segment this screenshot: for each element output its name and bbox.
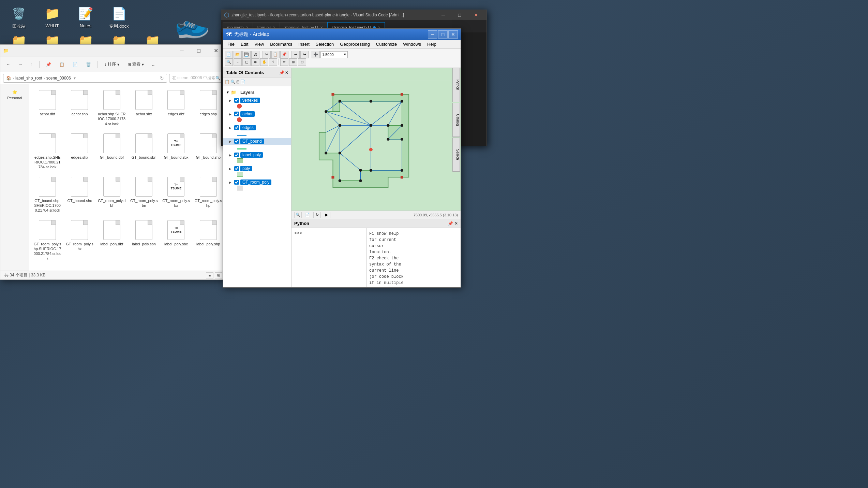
file-item-gt-room-poly-dbf[interactable]: GT_room_poly.dbf — [96, 174, 127, 216]
file-item-gt-bound-shx[interactable]: GT_bound.shx — [64, 174, 95, 216]
file-item-gt-room-poly-shp[interactable]: GT_room_poly.shp — [193, 174, 224, 216]
file-item-achor-shx[interactable]: achor.shx — [129, 87, 159, 129]
layer-checkbox-edges[interactable] — [234, 125, 239, 130]
tool-full-extent[interactable]: ⊕ — [251, 58, 259, 66]
right-panel-search-btn[interactable]: Search — [452, 138, 460, 172]
layers-group-header[interactable]: ▼ 📁 Layers — [223, 88, 291, 97]
tool-zoom-in[interactable]: 🔍 — [225, 58, 233, 66]
desktop-icon-notes[interactable]: 📝 Notes — [70, 3, 101, 31]
menu-edit[interactable]: Edit — [238, 41, 251, 47]
file-item-gt-bound-shp-lock[interactable]: GT_bound.shp.SHERIOC.17000.21784.sr.lock — [32, 174, 63, 216]
file-item-edges-shp-lock[interactable]: edges.shp.SHERIOC.17000.21784.sr.lock — [32, 130, 63, 172]
right-panel-catalog-btn[interactable]: Catalog — [452, 103, 460, 137]
layer-item-vertexes[interactable]: ▶ vertexes — [223, 97, 291, 104]
tool-identify[interactable]: ℹ — [269, 58, 277, 66]
file-item-achor-dbf[interactable]: achor.dbf — [32, 87, 63, 129]
tool-zoom-out[interactable]: － — [234, 58, 242, 66]
vscode-minimize-button[interactable]: ─ — [435, 10, 451, 20]
layer-item-gt-bound[interactable]: ▶ GT_bound — [223, 138, 291, 145]
layer-checkbox-poly[interactable] — [234, 166, 239, 171]
menu-bookmarks[interactable]: Bookmarks — [267, 41, 295, 47]
nav-forward-button[interactable]: → — [15, 60, 26, 69]
tool-add-data[interactable]: ➕ — [312, 51, 320, 58]
toc-tool-3[interactable]: ⊞ — [236, 80, 240, 84]
file-item-achor-shp[interactable]: achor.shp — [64, 87, 95, 129]
menu-file[interactable]: File — [225, 41, 237, 47]
tool-select[interactable]: ▢ — [242, 58, 251, 66]
menu-windows[interactable]: Windows — [400, 41, 424, 47]
vscode-maximize-button[interactable]: □ — [452, 10, 467, 20]
sort-button[interactable]: ↕ 排序 ▾ — [101, 60, 122, 69]
python-pin-button[interactable]: 📌 — [448, 221, 453, 226]
layer-item-label-poly[interactable]: ▶ label_poly — [223, 152, 291, 158]
menu-view[interactable]: View — [252, 41, 267, 47]
file-item-gt-bound-dbf[interactable]: GT_bound.dbf — [96, 130, 127, 172]
tool-paste[interactable]: 📌 — [280, 51, 288, 58]
file-item-label-poly-dbf[interactable]: label_poly.dbf — [96, 217, 127, 264]
toc-pin-button[interactable]: 📌 — [279, 70, 284, 75]
map-page-btn[interactable]: 📄 — [304, 212, 311, 218]
delete-button[interactable]: 🗑️ — [83, 60, 94, 69]
tool-edit-2[interactable]: ⊞ — [289, 58, 297, 66]
tool-open[interactable]: 📂 — [234, 51, 242, 58]
tool-cut[interactable]: ✂ — [263, 51, 271, 58]
desktop-icon-whut[interactable]: 📁 WHUT — [37, 3, 68, 31]
map-refresh-btn[interactable]: ↻ — [313, 212, 321, 218]
arcmap-maximize-button[interactable]: □ — [438, 30, 448, 39]
layer-checkbox-achor[interactable] — [234, 112, 239, 116]
file-item-edges-shx[interactable]: edges.shx — [64, 130, 95, 172]
toc-close-button[interactable]: ✕ — [285, 70, 288, 75]
file-item-gt-room-poly-shx[interactable]: GT_room_poly.shx — [64, 217, 95, 264]
vscode-close-button[interactable]: ✕ — [468, 10, 484, 20]
scale-dropdown[interactable]: 1:5000 ▾ — [320, 51, 348, 58]
menu-geoprocessing[interactable]: Geoprocessing — [337, 41, 372, 47]
pin-button[interactable]: 📌 — [43, 60, 54, 69]
python-command-input[interactable] — [305, 231, 359, 236]
tool-edit-3[interactable]: ⊡ — [298, 58, 306, 66]
python-close-button[interactable]: ✕ — [454, 221, 458, 226]
sidebar-personal[interactable]: ⭐ Personal — [0, 87, 29, 103]
layer-item-achor[interactable]: ▶ achor — [223, 111, 291, 117]
nav-up-button[interactable]: ↑ — [28, 60, 36, 69]
file-item-label-poly-sbx[interactable]: T≡TSUME label_poly.sbx — [161, 217, 191, 264]
map-play-btn[interactable]: ▶ — [323, 212, 330, 218]
file-item-edges-shp[interactable]: edges.shp — [193, 87, 224, 129]
menu-selection[interactable]: Selection — [313, 41, 336, 47]
layer-checkbox-gt-room-poly[interactable] — [234, 180, 239, 185]
tool-save[interactable]: 💾 — [242, 51, 251, 58]
layer-checkbox-vertexes[interactable] — [234, 98, 239, 103]
view-button[interactable]: ⊞ 查看 ▾ — [124, 60, 147, 69]
address-path[interactable]: 🏠 › label_shp_root › scene_00006 ▾ ↻ — [3, 74, 167, 83]
desktop-icon-patent[interactable]: 📄 专利.docx — [104, 3, 134, 31]
nav-back-button[interactable]: ← — [3, 60, 13, 69]
maximize-button[interactable]: □ — [191, 46, 207, 56]
arcmap-minimize-button[interactable]: ─ — [428, 30, 437, 39]
grid-view-button[interactable]: ⊞ — [215, 272, 222, 278]
toc-tool-4[interactable]: 📄 — [240, 80, 245, 84]
toc-tool-1[interactable]: 📋 — [225, 80, 230, 84]
file-item-gt-bound-sbn[interactable]: GT_bound.sbn — [129, 130, 159, 172]
file-item-label-poly-shp[interactable]: label_poly.shp — [193, 217, 224, 264]
tool-copy[interactable]: 📋 — [271, 51, 280, 58]
file-item-gt-room-poly-sbx[interactable]: T≡TSUME GT_room_poly.sbx — [161, 174, 191, 216]
map-zoom-btn[interactable]: 🔍 — [294, 212, 302, 218]
minimize-button[interactable]: ─ — [174, 46, 190, 56]
layer-item-poly[interactable]: ▶ poly — [223, 165, 291, 172]
menu-customize[interactable]: Customize — [373, 41, 400, 47]
tool-undo[interactable]: ↩ — [291, 51, 300, 58]
tool-print[interactable]: 🖨 — [251, 51, 259, 58]
file-item-achor-shp-lock[interactable]: achor.shp.SHERIOC.17000.21784.sr.lock — [96, 87, 127, 129]
tool-new[interactable]: 📄 — [225, 51, 233, 58]
file-item-edges-dbf[interactable]: edges.dbf — [161, 87, 191, 129]
layer-checkbox-label-poly[interactable] — [234, 153, 239, 157]
menu-help[interactable]: Help — [424, 41, 439, 47]
list-view-button[interactable]: ≡ — [206, 272, 213, 278]
file-item-label-poly-sbn[interactable]: label_poly.sbn — [129, 217, 159, 264]
file-item-gt-room-poly-sbn[interactable]: GT_room_poly.sbn — [129, 174, 159, 216]
file-item-gt-bound-shp[interactable]: GT_bound.shp — [193, 130, 224, 172]
layer-item-edges[interactable]: ▶ edges — [223, 124, 291, 131]
tool-pan[interactable]: ✋ — [260, 58, 268, 66]
search-box[interactable]: 在 scene_00006 中搜索 🔍 — [169, 74, 224, 83]
more-button[interactable]: ... — [149, 60, 159, 69]
paste-button[interactable]: 📄 — [70, 60, 81, 69]
